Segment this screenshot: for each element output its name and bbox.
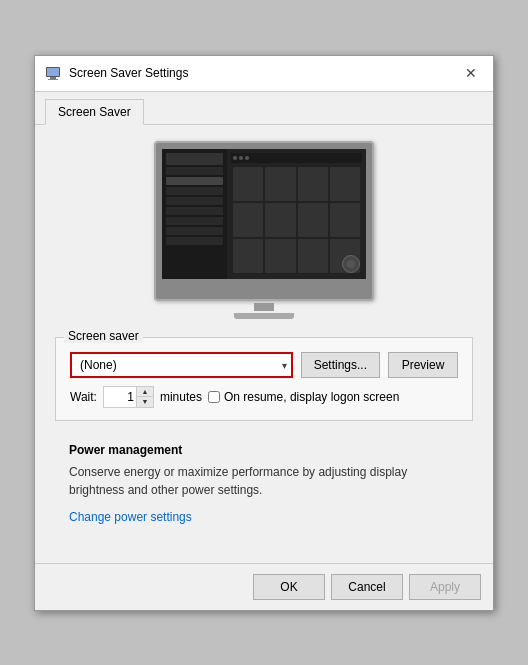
screen-saver-dropdown[interactable]: (None) 3D Text Blank Bubbles Mystify Pho…: [70, 352, 293, 378]
logon-screen-checkbox-label[interactable]: On resume, display logon screen: [208, 390, 399, 404]
spinner-up-button[interactable]: ▲: [137, 387, 153, 397]
close-button[interactable]: ✕: [459, 61, 483, 85]
ok-button[interactable]: OK: [253, 574, 325, 600]
grid-item: [330, 203, 360, 237]
screen-saver-label: Screen saver: [64, 329, 143, 343]
grid-item: [298, 239, 328, 273]
monitor-stand: [154, 303, 374, 319]
logon-screen-checkbox[interactable]: [208, 391, 220, 403]
dialog-title: Screen Saver Settings: [69, 66, 459, 80]
topbar-dot: [239, 156, 243, 160]
screen-highlight: [342, 255, 360, 273]
apply-button[interactable]: Apply: [409, 574, 481, 600]
tab-bar: Screen Saver: [35, 92, 493, 125]
screen-sidebar-item: [166, 207, 223, 215]
monitor-frame: [154, 141, 374, 319]
change-power-settings-link[interactable]: Change power settings: [69, 510, 192, 524]
preview-area: [55, 141, 473, 319]
grid-item: [330, 167, 360, 201]
grid-item: [265, 239, 295, 273]
monitor-outer: [154, 141, 374, 301]
svg-rect-1: [47, 68, 59, 76]
screen-sidebar-item: [166, 217, 223, 225]
cancel-button[interactable]: Cancel: [331, 574, 403, 600]
monitor-stand-neck: [254, 303, 274, 311]
topbar-dot: [233, 156, 237, 160]
screen-saver-row: (None) 3D Text Blank Bubbles Mystify Pho…: [70, 352, 458, 378]
dialog-content: Screen saver (None) 3D Text Blank Bubble…: [35, 125, 493, 563]
wait-label: Wait:: [70, 390, 97, 404]
svg-rect-2: [50, 77, 56, 79]
screen-sidebar-item: [166, 227, 223, 235]
wait-input[interactable]: [104, 387, 136, 407]
screen-saver-group: Screen saver (None) 3D Text Blank Bubble…: [55, 337, 473, 421]
power-section: Power management Conserve energy or maxi…: [55, 433, 473, 535]
screen-grid: [231, 165, 362, 275]
topbar-dot: [245, 156, 249, 160]
dialog-footer: OK Cancel Apply: [35, 563, 493, 610]
screen-sidebar-item: [166, 177, 223, 185]
logon-screen-label: On resume, display logon screen: [224, 390, 399, 404]
grid-item: [233, 167, 263, 201]
monitor-screen: [162, 149, 366, 279]
screen-sidebar: [162, 149, 227, 279]
screen-saver-settings-dialog: Screen Saver Settings ✕ Screen Saver: [34, 55, 494, 611]
screen-sidebar-item: [166, 167, 223, 175]
spinner-buttons: ▲ ▼: [136, 387, 153, 407]
screen-sidebar-top: [166, 153, 223, 165]
grid-item: [233, 203, 263, 237]
preview-button[interactable]: Preview: [388, 352, 458, 378]
screen-sidebar-item: [166, 237, 223, 245]
dialog-icon: [45, 65, 61, 81]
grid-item: [298, 203, 328, 237]
monitor-stand-base: [234, 313, 294, 319]
title-bar: Screen Saver Settings ✕: [35, 56, 493, 92]
tab-screen-saver[interactable]: Screen Saver: [45, 99, 144, 125]
screen-content: [162, 149, 366, 279]
screen-topbar: [231, 153, 362, 163]
wait-spinner: ▲ ▼: [103, 386, 154, 408]
wait-row: Wait: ▲ ▼ minutes On resume, display log…: [70, 386, 458, 408]
grid-item: [298, 167, 328, 201]
grid-item: [265, 203, 295, 237]
spinner-down-button[interactable]: ▼: [137, 396, 153, 406]
settings-button[interactable]: Settings...: [301, 352, 380, 378]
power-description: Conserve energy or maximize performance …: [69, 463, 459, 499]
svg-rect-3: [48, 79, 58, 80]
grid-item: [233, 239, 263, 273]
grid-item: [265, 167, 295, 201]
dropdown-wrapper: (None) 3D Text Blank Bubbles Mystify Pho…: [70, 352, 293, 378]
power-title: Power management: [69, 443, 459, 457]
screen-sidebar-item: [166, 197, 223, 205]
minutes-label: minutes: [160, 390, 202, 404]
screen-sidebar-item: [166, 187, 223, 195]
